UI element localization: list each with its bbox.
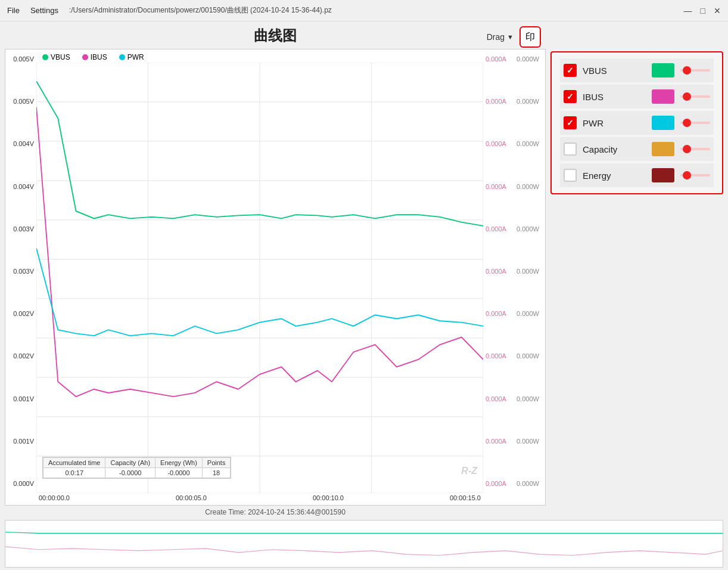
window-controls: — □ ✕: [684, 6, 721, 16]
y-axis-right-w: 0.000W 0.000W 0.000W 0.000W 0.000W 0.000…: [514, 49, 545, 505]
capacity-slider[interactable]: [680, 148, 710, 150]
legend-row-pwr: PWR: [560, 111, 714, 135]
pwr-color-box: [652, 116, 674, 130]
mini-ibus-line: [5, 547, 723, 556]
create-time: Create Time: 2024-10-24 15:36:44@001590: [5, 506, 546, 518]
titlebar: File Settings :/Users/Administrator/Docu…: [0, 0, 728, 21]
legend-row-capacity: Capacity: [560, 137, 714, 161]
val-accumulated-time: 0:0:17: [43, 468, 105, 478]
print-button[interactable]: 印: [519, 26, 541, 48]
chart-plot: Accumulated time Capacity (Ah) Energy (W…: [36, 63, 483, 493]
legend-row-vbus: VBUS: [560, 58, 714, 82]
chart-legend-pwr: PWR: [119, 53, 144, 61]
col-accumulated-time: Accumulated time: [43, 458, 105, 468]
val-capacity: -0.0000: [105, 468, 155, 478]
pwr-legend-label: PWR: [583, 118, 646, 128]
chart-legend-ibus: IBUS: [82, 53, 107, 61]
col-points: Points: [202, 458, 231, 468]
legend-row-ibus: IBUS: [560, 85, 714, 109]
val-energy: -0.0000: [155, 468, 203, 478]
chart-section: 曲线图 Drag ▼ 印 0.005V 0.005V 0.004: [0, 21, 728, 518]
ibus-dot: [82, 54, 88, 60]
ibus-slider[interactable]: [680, 95, 710, 98]
mini-vbus-line: [5, 532, 723, 534]
info-table: Accumulated time Capacity (Ah) Energy (W…: [42, 457, 231, 479]
legend-panel: VBUS IBUS PW: [550, 51, 723, 194]
ibus-color-box: [652, 89, 674, 104]
maximize-button[interactable]: □: [701, 6, 705, 16]
drag-button[interactable]: Drag ▼: [487, 32, 514, 42]
val-points: 18: [202, 468, 231, 478]
vbus-legend-label: VBUS: [583, 66, 646, 76]
vbus-label: VBUS: [51, 53, 70, 61]
close-button[interactable]: ✕: [714, 6, 721, 16]
menu-file[interactable]: File: [7, 6, 20, 15]
menu-settings[interactable]: Settings: [30, 6, 58, 15]
minimize-button[interactable]: —: [684, 6, 692, 16]
chart-legend: VBUS IBUS PWR: [36, 49, 483, 63]
x-label-5: 00:00:05.0: [176, 494, 207, 504]
mini-chart: [5, 520, 723, 568]
chart-wrapper: 曲线图 Drag ▼ 印 0.005V 0.005V 0.004: [5, 26, 546, 518]
energy-legend-label: Energy: [583, 171, 646, 181]
y-axis-right-a: 0.000A 0.000A 0.000A 0.000A 0.000A 0.000…: [483, 49, 514, 505]
menu-bar: File Settings :/Users/Administrator/Docu…: [7, 5, 332, 16]
pwr-label: PWR: [127, 53, 144, 61]
energy-checkbox[interactable]: [564, 169, 577, 182]
energy-color-box: [652, 168, 674, 182]
main-content: 曲线图 Drag ▼ 印 0.005V 0.005V 0.004: [0, 21, 728, 570]
capacity-color-box: [652, 142, 674, 156]
legend-row-energy: Energy: [560, 163, 714, 187]
drag-label: Drag: [487, 32, 505, 42]
y-axis-left: 0.005V 0.005V 0.004V 0.004V 0.003V 0.003…: [5, 49, 36, 505]
x-label-10: 00:00:10.0: [313, 494, 344, 504]
pwr-dot: [119, 54, 125, 60]
vbus-dot: [42, 54, 48, 60]
col-capacity: Capacity (Ah): [105, 458, 155, 468]
vbus-color-box: [652, 63, 674, 78]
chart-canvas: 0.005V 0.005V 0.004V 0.004V 0.003V 0.003…: [5, 49, 546, 506]
vbus-slider[interactable]: [680, 69, 710, 72]
ibus-legend-label: IBUS: [583, 92, 646, 102]
print-icon: 印: [525, 31, 535, 44]
chart-svg: [36, 63, 483, 493]
chart-title: 曲线图: [254, 26, 297, 45]
pwr-slider[interactable]: [680, 122, 710, 124]
capacity-legend-label: Capacity: [583, 144, 646, 154]
chart-legend-vbus: VBUS: [42, 53, 70, 61]
capacity-checkbox[interactable]: [564, 142, 577, 156]
titlebar-path: :/Users/Administrator/Documents/powerz/0…: [69, 5, 332, 16]
ibus-checkbox[interactable]: [564, 90, 577, 103]
drag-chevron-icon: ▼: [507, 33, 514, 41]
x-label-0: 00:00:00.0: [39, 494, 70, 504]
x-axis: 00:00:00.0 00:00:05.0 00:00:10.0 00:00:1…: [36, 493, 483, 505]
col-energy: Energy (Wh): [155, 458, 203, 468]
vbus-checkbox[interactable]: [564, 64, 577, 77]
ibus-label: IBUS: [91, 53, 107, 61]
energy-slider[interactable]: [680, 174, 710, 176]
x-label-15: 00:00:15.0: [450, 494, 481, 504]
mini-chart-svg: [5, 521, 723, 567]
pwr-checkbox[interactable]: [564, 116, 577, 129]
chart-inner: VBUS IBUS PWR: [36, 49, 483, 505]
